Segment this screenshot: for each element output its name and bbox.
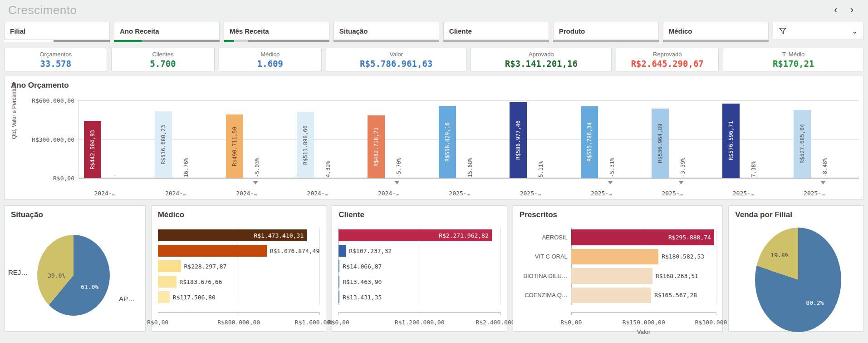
- selection-state-bar: [224, 40, 329, 42]
- bar-row: R$2.271.962,82: [338, 228, 500, 243]
- chart-medico[interactable]: Médico R$1.473.410,31R$1.076.874,49R$228…: [151, 205, 327, 332]
- bar-value-label: R$165.567,28: [651, 286, 697, 305]
- bar-value-label: R$13.431,35: [339, 289, 382, 305]
- x-tick-label: 2024-…: [370, 190, 407, 197]
- bar-value-label: R$516.688,23: [160, 125, 167, 164]
- bar-value-label: R$183.676,66: [177, 274, 222, 289]
- chart-situacao[interactable]: Situação 61.0%AP…39.0%REJ…: [4, 205, 146, 332]
- bar-row: COENZIMA Q…R$165.567,28: [571, 286, 716, 305]
- chart-venda-por-filial[interactable]: Venda por Filial 80.2%19.8%: [728, 205, 864, 332]
- slice-pct-label: 39.0%: [48, 272, 65, 279]
- filter-situa-o[interactable]: Situação: [333, 22, 439, 40]
- x-tick-label: 2025-…: [796, 190, 833, 197]
- chart-prescritos[interactable]: Prescritos AEROSILR$295.888,74VIT C ORAL…: [513, 205, 723, 332]
- filter-filial[interactable]: Filial: [4, 22, 110, 40]
- x-axis-line: [338, 312, 500, 315]
- x-tick-label: 2024-…: [87, 190, 123, 197]
- category-label: VIT C ORAL: [535, 253, 571, 260]
- bar[interactable]: [158, 276, 177, 288]
- kpi-value: 1.609: [257, 58, 283, 69]
- bar[interactable]: R$586.977,46: [510, 102, 527, 178]
- kpi-m-dico[interactable]: Médico1.609: [219, 48, 322, 71]
- bar[interactable]: R$2.271.962,82: [338, 229, 492, 241]
- bar[interactable]: [338, 291, 339, 303]
- page-title: Crescimento: [8, 3, 77, 17]
- pie[interactable]: [755, 228, 841, 332]
- kpi-aprovado[interactable]: AprovadoR$3.141.201,16: [471, 48, 612, 71]
- filter-ano-receita[interactable]: Ano Receita: [114, 22, 220, 40]
- bar[interactable]: [158, 260, 181, 272]
- next-sheet-button[interactable]: ›: [844, 1, 860, 19]
- bar-value-label: R$107.237,32: [346, 243, 392, 258]
- bar-value-label: R$295.888,74: [668, 234, 714, 241]
- x-tick-label: R$0,00: [147, 319, 168, 326]
- pct-change-label: 7.38%: [750, 161, 757, 177]
- kpi-t-m-dio[interactable]: T. MédioR$170,21: [723, 48, 864, 71]
- slice-pct-label: 80.2%: [806, 299, 824, 306]
- bar[interactable]: [571, 268, 652, 284]
- chart-ano-orcamento[interactable]: Ano Orçamento Qtd, Valor e Percentual R$…: [4, 76, 864, 200]
- filter-m-s-receita[interactable]: Mês Receita: [224, 22, 329, 40]
- bar-row: R$107.237,32: [338, 243, 500, 258]
- bar-value-label: R$536.964,89: [657, 124, 663, 163]
- kpi-reprovado[interactable]: ReprovadoR$2.645.290,67: [616, 48, 719, 71]
- kpi-valor[interactable]: ValorR$5.786.961,63: [326, 48, 467, 71]
- kpi-value: R$2.645.290,67: [631, 58, 704, 69]
- pct-change-label: -8.48%: [822, 158, 828, 177]
- bar[interactable]: R$490.711,50: [226, 114, 243, 178]
- kpi-row: Orçamentos33.578Clientes5.700Médico1.609…: [0, 40, 868, 71]
- bar[interactable]: R$527.685,04: [794, 110, 811, 178]
- filter-produto[interactable]: Produto: [553, 22, 659, 40]
- filter-m-dico[interactable]: Médico: [663, 22, 769, 40]
- bar[interactable]: [338, 260, 339, 272]
- bar[interactable]: R$516.688,23: [155, 111, 172, 178]
- bar[interactable]: R$295.888,74: [571, 229, 714, 245]
- selection-state-bar: [333, 40, 439, 42]
- pie-area: 61.0%AP…39.0%REJ…: [5, 227, 145, 327]
- bar[interactable]: R$1.473.410,31: [158, 229, 307, 241]
- y-tick-label: R$600.000,00: [32, 97, 78, 104]
- plot-area: R$600.000,00R$300.000,00R$0,00R$442.504,…: [78, 100, 859, 178]
- kpi-label: Valor: [389, 50, 402, 58]
- bar[interactable]: [571, 249, 658, 265]
- filter-cliente[interactable]: Cliente: [443, 22, 549, 40]
- bar-area: AEROSILR$295.888,74VIT C ORALR$180.582,5…: [513, 206, 723, 331]
- bar-group: R$442.504,93-2024-…: [78, 100, 149, 178]
- chart-title: Ano Orçamento: [5, 76, 863, 90]
- bar-row: AEROSILR$295.888,74: [571, 228, 716, 247]
- category-label: COENZIMA Q…: [525, 292, 571, 298]
- bar-group: R$490.711,50-5.03%2024-…: [221, 100, 291, 178]
- bar[interactable]: [158, 291, 170, 303]
- bar[interactable]: [338, 245, 346, 257]
- kpi-clientes[interactable]: Clientes5.700: [111, 48, 214, 71]
- category-label: AEROSIL: [542, 234, 571, 241]
- bar[interactable]: [338, 276, 339, 288]
- filter-dropdown[interactable]: ⌄: [773, 22, 864, 40]
- bar-row: R$228.297,87: [158, 258, 320, 274]
- bar[interactable]: [158, 245, 267, 257]
- x-tick-label: 2024-…: [157, 190, 194, 197]
- x-tick-label: R$0,00: [560, 319, 582, 326]
- filter-label: Situação: [339, 27, 368, 35]
- chart-cliente[interactable]: Cliente R$2.271.962,82R$107.237,32R$14.0…: [332, 205, 507, 332]
- x-tick-label: 2024-…: [229, 190, 265, 197]
- bar-row: VIT C ORALR$180.582,53: [571, 247, 716, 267]
- bar[interactable]: R$536.964,89: [652, 109, 669, 178]
- bar[interactable]: [571, 288, 651, 303]
- bar-value-label: R$14.066,87: [339, 258, 382, 274]
- bar[interactable]: R$482.718,71: [368, 115, 385, 178]
- prev-sheet-button[interactable]: ‹: [828, 1, 843, 19]
- pie-area: 80.2%19.8%: [729, 227, 863, 327]
- app-header: Crescimento ‹ ›: [0, 0, 868, 20]
- filter-label: Filial: [10, 27, 25, 35]
- bar[interactable]: R$442.504,93: [84, 121, 101, 178]
- pct-change-label: 4.32%: [325, 161, 331, 177]
- bar[interactable]: R$576.596,71: [722, 104, 740, 178]
- bar[interactable]: R$555.786,34: [581, 106, 598, 178]
- pct-change-label: 15.68%: [467, 158, 473, 177]
- kpi-or-amentos[interactable]: Orçamentos33.578: [4, 48, 107, 71]
- filter-label: Ano Receita: [120, 27, 159, 35]
- bar-value-label: R$13.463,90: [339, 274, 382, 289]
- bar[interactable]: R$511.898,66: [297, 112, 314, 178]
- bar[interactable]: R$558.429,16: [439, 106, 456, 178]
